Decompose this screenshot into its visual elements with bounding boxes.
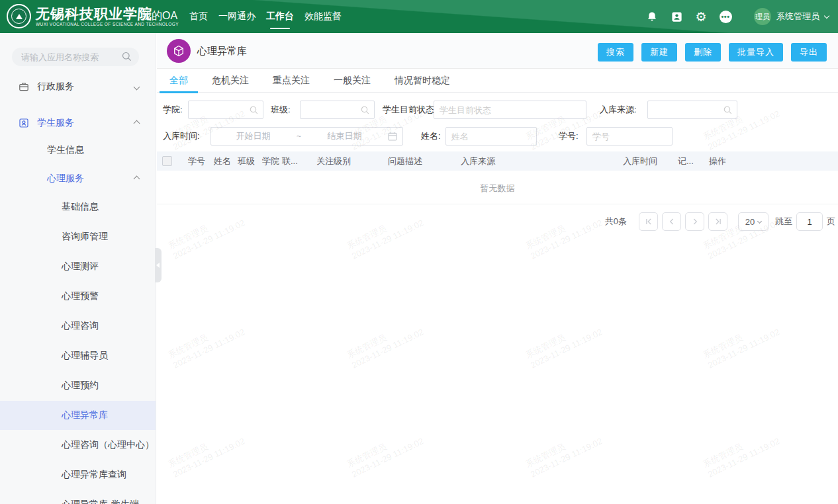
sidebar-item-psych-counseling[interactable]: 心理咨询: [0, 312, 156, 341]
jump-page-input[interactable]: [796, 212, 823, 231]
app-search-input[interactable]: [12, 48, 139, 66]
top-nav: 首页 一网通办 工作台 效能监督: [186, 0, 349, 33]
sidebar-item-psych-counseling-center[interactable]: 心理咨询（心理中心）: [0, 431, 156, 460]
col-attention-level: 关注级别: [316, 151, 351, 171]
watermark: 系统管理员2023-11-29 11:19:02: [701, 425, 782, 480]
watermark: 系统管理员2023-11-29 11:19:02: [345, 207, 426, 262]
student-id-input[interactable]: [586, 127, 673, 146]
prev-page-button[interactable]: [662, 212, 681, 231]
sidebar-item-admin-services[interactable]: 行政服务: [0, 72, 156, 101]
sidebar-item-psych-abnormal-db-student[interactable]: 心理异常库-学生端: [0, 490, 156, 504]
active-tab-underline: [160, 91, 198, 93]
sidebar-item-psych-assessment[interactable]: 心理测评: [0, 252, 156, 281]
col-entry-source: 入库来源: [461, 151, 495, 171]
sidebar-item-student-services[interactable]: 学生服务: [0, 108, 156, 138]
end-date-placeholder: 结束日期: [303, 130, 387, 142]
sidebar-item-basic-info[interactable]: 基础信息: [0, 192, 156, 222]
student-status-input[interactable]: [434, 101, 586, 119]
watermark: 系统管理员2023-11-29 11:19:02: [166, 316, 247, 371]
tab-all[interactable]: 全部: [160, 69, 198, 93]
total-count: 共0条: [605, 216, 627, 228]
page-size-select[interactable]: 20: [738, 212, 768, 231]
nav-home[interactable]: 首页: [186, 0, 211, 33]
date-separator: ~: [295, 132, 303, 141]
name-label: 姓名:: [421, 127, 441, 146]
sidebar-item-psych-abnormal-db[interactable]: 心理异常库: [0, 401, 156, 430]
pagination: 共0条 20 跳至 页: [605, 212, 835, 231]
my-oa-label[interactable]: 我的OA: [141, 9, 177, 23]
tab-crisis-attention[interactable]: 危机关注: [202, 69, 259, 93]
sidebar-item-psych-services[interactable]: 心理服务: [0, 164, 156, 193]
sidebar-item-counselor-mgmt[interactable]: 咨询师管理: [0, 222, 156, 251]
watermark: 系统管理员2023-11-29 11:19:02: [345, 425, 426, 480]
tab-key-attention[interactable]: 重点关注: [263, 69, 320, 93]
sidebar-item-student-info[interactable]: 学生信息: [0, 136, 156, 165]
export-button[interactable]: 导出: [791, 43, 827, 62]
search-icon: [250, 105, 258, 117]
student-id-filter: [586, 127, 673, 146]
batch-import-button[interactable]: 批量导入: [729, 43, 783, 62]
watermark: 系统管理员2023-11-29 11:19:02: [524, 316, 604, 371]
settings-gear-icon[interactable]: ⚙: [694, 10, 708, 23]
action-buttons: 搜索 新建 删除 批量导入 导出: [590, 43, 827, 62]
nav-efficiency[interactable]: 效能监督: [301, 0, 345, 33]
topbar: 无锡科技职业学院 WUXI VOCATIONAL COLLEGE OF SCIE…: [0, 0, 838, 33]
col-entry-time: 入库时间: [623, 151, 657, 171]
name-filter: [445, 127, 537, 146]
school-emblem-icon: [7, 4, 31, 28]
topbar-actions: ⚙ ••• 理员 系统管理员: [645, 0, 838, 33]
col-name: 姓名: [214, 151, 231, 171]
sidebar-item-psych-warning[interactable]: 心理预警: [0, 282, 156, 311]
filter-row-2: 入库时间: 开始日期 ~ 结束日期 姓名: 学号:: [157, 127, 838, 146]
college-filter: [188, 101, 263, 119]
chevron-up-icon: [134, 120, 140, 126]
empty-state-text: 暂无数据: [157, 183, 838, 194]
nav-one-stop[interactable]: 一网通办: [215, 0, 259, 33]
page-unit-label: 页: [827, 216, 835, 228]
chevron-up-icon: [134, 175, 140, 182]
jump-to-label: 跳至: [775, 216, 792, 228]
sidebar-collapse-handle[interactable]: [155, 248, 162, 282]
start-date-placeholder: 开始日期: [211, 130, 295, 142]
sidebar-item-psych-abnormal-db-query[interactable]: 心理异常库查询: [0, 460, 156, 489]
collapse-arrow-left-icon: [156, 263, 160, 268]
source-label: 入库来源:: [600, 101, 637, 119]
sidebar: 行政服务 学生服务 学生信息 心理服务 基础信息 咨询师管理 心理测评 心理预警…: [0, 33, 156, 504]
table-header: 学号 姓名 班级 学院 联... 关注级别 问题描述 入库来源 入库时间 记..…: [157, 151, 838, 171]
user-avatar[interactable]: 理员: [754, 8, 771, 25]
username[interactable]: 系统管理员: [776, 11, 819, 22]
student-status-filter: [434, 101, 586, 119]
id-card-icon: [19, 118, 29, 130]
watermark: 系统管理员2023-11-29 11:19:02: [166, 425, 247, 480]
student-id-label: 学号:: [559, 127, 579, 146]
contacts-icon[interactable]: [670, 10, 683, 23]
chevron-down-icon: [757, 218, 762, 223]
tab-temporarily-stable[interactable]: 情况暂时稳定: [385, 69, 460, 93]
divider: [157, 204, 838, 204]
name-input[interactable]: [445, 127, 537, 146]
main-content: 心理异常库 搜索 新建 删除 批量导入 导出 全部 危机关注 重点关注 一般关注…: [157, 33, 838, 504]
select-all-checkbox[interactable]: [162, 156, 172, 166]
sidebar-item-psych-appointment[interactable]: 心理预约: [0, 371, 156, 400]
entry-time-label: 入库时间:: [163, 127, 200, 146]
college-label: 学院:: [163, 101, 183, 119]
last-page-button[interactable]: [708, 212, 727, 231]
app-window: 无锡科技职业学院 WUXI VOCATIONAL COLLEGE OF SCIE…: [0, 0, 838, 504]
first-page-button[interactable]: [639, 212, 658, 231]
watermark: 系统管理员2023-11-29 11:19:02: [166, 207, 247, 262]
tab-general-attention[interactable]: 一般关注: [324, 69, 381, 93]
briefcase-icon: [19, 81, 29, 94]
entry-time-range-picker[interactable]: 开始日期 ~ 结束日期: [210, 127, 403, 146]
source-filter: [647, 101, 737, 119]
search-button[interactable]: 搜索: [598, 43, 633, 62]
delete-button[interactable]: 删除: [685, 43, 721, 62]
create-button[interactable]: 新建: [641, 43, 677, 62]
notification-bell-icon[interactable]: [645, 10, 659, 23]
student-status-label: 学生目前状态:: [383, 101, 437, 119]
nav-workbench[interactable]: 工作台: [263, 0, 297, 33]
sidebar-item-psych-tutor[interactable]: 心理辅导员: [0, 341, 156, 370]
class-label: 班级:: [271, 101, 291, 119]
user-menu-chevron-down-icon[interactable]: [824, 13, 829, 18]
more-apps-icon[interactable]: •••: [719, 10, 732, 23]
next-page-button[interactable]: [685, 212, 704, 231]
